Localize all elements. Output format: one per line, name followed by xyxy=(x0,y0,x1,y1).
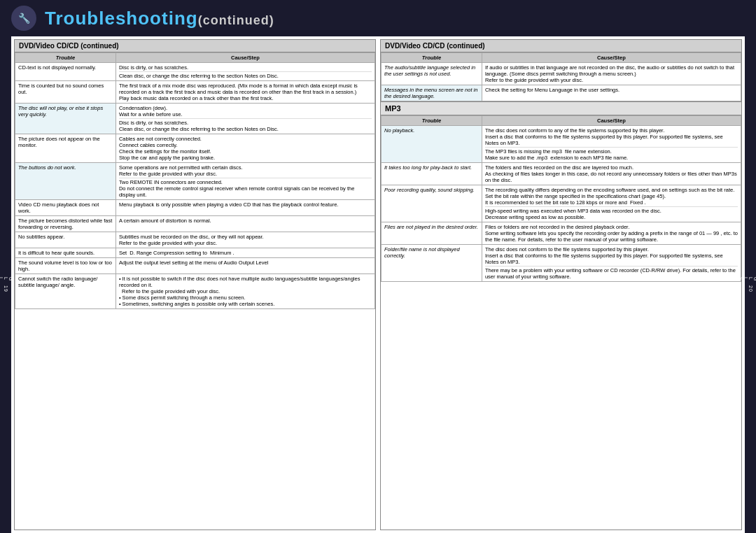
trouble-cell: Time is counted but no sound comes out. xyxy=(15,81,116,104)
right-dvd-table: Trouble Cause/Step The audio/subtitle la… xyxy=(381,52,741,101)
left-trouble-table: Trouble Cause/Step CD-text is not displa… xyxy=(15,52,375,309)
table-row: The picture does not appear on the monit… xyxy=(15,134,375,163)
logo: 🔧 xyxy=(11,6,36,31)
trouble-cell: Files are not played in the desired orde… xyxy=(382,222,482,245)
cause-text: The MP3 files is missing the mp3 file na… xyxy=(485,148,738,161)
trouble-cell: The buttons do not work. xyxy=(15,163,116,200)
title-text: Troubleshooting xyxy=(45,8,198,29)
page-header: 🔧 Troubleshooting(continued) xyxy=(0,0,756,36)
trouble-cell: No subtitles appear. xyxy=(15,232,116,248)
table-row: Time is counted but no sound comes out.T… xyxy=(15,81,375,104)
cause-text: Adjust the output level setting at the m… xyxy=(119,260,372,266)
cause-text: Clean disc, or change the disc referring… xyxy=(119,73,372,79)
trouble-cell: The sound volume level is too low or too… xyxy=(15,258,116,274)
cause-text: If audio or subtitles in that language a… xyxy=(485,64,738,83)
right-col-cause: Cause/Step xyxy=(482,53,741,63)
left-col-trouble: Trouble xyxy=(15,53,116,63)
trouble-cell: It is difficult to hear quite sounds. xyxy=(15,248,116,258)
left-page-label: 19 xyxy=(4,285,8,292)
left-side-label: ENGLISH 19 xyxy=(0,36,11,533)
cause-cell: The recording quality differs depending … xyxy=(482,185,741,222)
cause-text: The first track of a mix mode disc was r… xyxy=(119,83,372,101)
table-row: Messages in the menu screen are not in t… xyxy=(382,85,741,101)
cause-cell: Disc is dirty, or has scratches.Clean di… xyxy=(115,63,374,81)
trouble-cell: Messages in the menu screen are not in t… xyxy=(382,85,482,101)
cause-cell: The disc does not conform to any of the … xyxy=(482,126,741,163)
main-content: ENGLISH 19 DVD/Video CD/CD (continued) T… xyxy=(0,36,756,533)
trouble-cell: The audio/subtitle language selected in … xyxy=(382,63,482,85)
cause-cell: The first track of a mix mode disc was r… xyxy=(115,81,374,104)
trouble-cell: Cannot switch the radio language/ subtit… xyxy=(15,274,116,309)
table-row: No playback.The disc does not conform to… xyxy=(382,126,741,163)
cause-text: The disc does not conform to any of the … xyxy=(485,127,738,146)
trouble-cell: The picture does not appear on the monit… xyxy=(15,134,116,163)
cause-text: Cables are not correctly connected. Conn… xyxy=(119,136,372,161)
right-side-label: ENGLISH 20 xyxy=(745,36,756,533)
cause-text: • It is not possible to switch if the di… xyxy=(119,276,372,307)
trouble-cell: The picture becomes distorted while fast… xyxy=(15,216,116,232)
trouble-cell: Poor recording quality, sound skipping. xyxy=(382,185,482,222)
cause-text: Disc is dirty, or has scratches. xyxy=(119,64,372,71)
cause-cell: Files or folders are not recorded in the… xyxy=(482,222,741,245)
mp3-section-header: MP3 xyxy=(381,101,741,115)
right-col-trouble: Trouble xyxy=(382,53,482,63)
cause-text: Subtitles must be recorded on the disc, … xyxy=(119,234,372,246)
cause-text: There may be a problem with your writing… xyxy=(485,267,738,280)
trouble-cell: CD-text is not displayed normally. xyxy=(15,63,116,81)
cause-cell: Set D. Range Compression setting to Mini… xyxy=(115,248,374,258)
mp3-table: Trouble Cause/Step No playback.The disc … xyxy=(381,115,741,282)
left-col-cause: Cause/Step xyxy=(115,53,374,63)
right-panel-title: DVD/Video CD/CD (continued) xyxy=(381,40,741,52)
right-page-label: 20 xyxy=(748,285,753,292)
table-row: No subtitles appear.Subtitles must be re… xyxy=(15,232,375,248)
left-panel-title: DVD/Video CD/CD (continued) xyxy=(15,40,375,52)
left-panel: DVD/Video CD/CD (continued) Trouble Caus… xyxy=(14,39,376,530)
table-row: The buttons do not work.Some operations … xyxy=(15,163,375,200)
page-title: Troubleshooting(continued) xyxy=(45,8,274,29)
cause-text: Disc is dirty, or has scratches. Clean d… xyxy=(119,120,372,132)
cause-text: The disc does not conform to the file sy… xyxy=(485,246,738,265)
table-row: The picture becomes distorted while fast… xyxy=(15,216,375,232)
cause-text: The recording quality differs depending … xyxy=(485,187,738,206)
cause-cell: Menu playback is only possible when play… xyxy=(115,200,374,216)
cause-cell: Check the setting for Menu Language in t… xyxy=(482,85,741,101)
table-row: Poor recording quality, sound skipping.T… xyxy=(382,185,741,222)
mp3-col-trouble: Trouble xyxy=(382,116,482,126)
trouble-cell: It takes too long for play-back to start… xyxy=(382,163,482,185)
cause-cell: Adjust the output level setting at the m… xyxy=(115,258,374,274)
cause-cell: The disc does not conform to the file sy… xyxy=(482,245,741,282)
cause-cell: Some operations are not permitted with c… xyxy=(115,163,374,200)
table-row: Cannot switch the radio language/ subtit… xyxy=(15,274,375,309)
content-area: DVD/Video CD/CD (continued) Trouble Caus… xyxy=(11,36,745,533)
trouble-cell: Folder/file name is not displayed correc… xyxy=(382,245,482,282)
table-row: Files are not played in the desired orde… xyxy=(382,222,741,245)
cause-cell: A certain amount of distortion is normal… xyxy=(115,216,374,232)
cause-cell: If audio or subtitles in that language a… xyxy=(482,63,741,85)
cause-cell: Cables are not correctly connected. Conn… xyxy=(115,134,374,163)
cause-text: Files or folders are not recorded in the… xyxy=(485,224,738,243)
cause-text: Condensation (dew). Wait for a while bef… xyxy=(119,105,372,118)
table-row: The audio/subtitle language selected in … xyxy=(382,63,741,85)
cause-cell: Subtitles must be recorded on the disc, … xyxy=(115,232,374,248)
right-lang-label: ENGLISH xyxy=(734,277,757,281)
trouble-cell: Video CD menu playback does not work. xyxy=(15,200,116,216)
table-row: The disc will not play, or else it stops… xyxy=(15,104,375,134)
table-row: Folder/file name is not displayed correc… xyxy=(382,245,741,282)
table-row: Video CD menu playback does not work.Men… xyxy=(15,200,375,216)
table-row: It is difficult to hear quite sounds.Set… xyxy=(15,248,375,258)
trouble-cell: No playback. xyxy=(382,126,482,163)
cause-text: Some operations are not permitted with c… xyxy=(119,164,372,177)
cause-text: The folders and files recorded on the di… xyxy=(485,164,738,183)
cause-text: Two REMOTE IN connectors are connected. … xyxy=(119,179,372,198)
cause-text: Set D. Range Compression setting to Mini… xyxy=(119,250,372,256)
cause-text: Menu playback is only possible when play… xyxy=(119,201,372,208)
table-row: CD-text is not displayed normally.Disc i… xyxy=(15,63,375,81)
table-row: The sound volume level is too low or too… xyxy=(15,258,375,274)
cause-text: High-speed writing was executed when MP3… xyxy=(485,208,738,220)
cause-text: Check the setting for Menu Language in t… xyxy=(485,87,738,93)
logo-icon: 🔧 xyxy=(18,13,30,24)
trouble-cell: The disc will not play, or else it stops… xyxy=(15,104,116,134)
cause-cell: • It is not possible to switch if the di… xyxy=(115,274,374,309)
subtitle-text: (continued) xyxy=(198,13,274,27)
cause-cell: The folders and files recorded on the di… xyxy=(482,163,741,185)
